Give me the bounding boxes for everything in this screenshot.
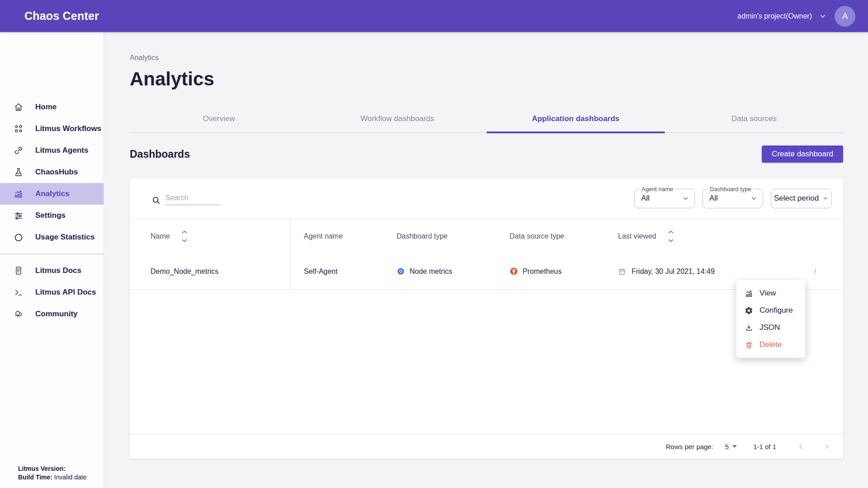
last-viewed-cell: Friday, 30 Jul 2021, 14:49 [616,267,788,276]
home-icon [14,102,24,112]
breadcrumb: Analytics [130,54,843,62]
dashboard-type-select[interactable]: Dashboard type All [703,189,763,208]
previous-page-button[interactable] [794,440,807,453]
sidebar-item-litmus-workflows[interactable]: Litmus Workflows [0,118,104,140]
data-source-label: Prometheus [523,267,561,276]
row-options-kebab-icon[interactable] [808,264,823,279]
table-header: Name Agent name Dashboard type Data sour… [130,219,843,253]
sidebar-item-analytics[interactable]: Analytics [0,183,104,205]
chevron-down-icon [822,195,829,202]
sort-descending-icon [182,239,187,242]
search-icon [151,196,161,205]
column-header-last-viewed: Last viewed [618,232,656,240]
build-time-label: Build Time: [18,474,52,481]
next-page-button[interactable] [820,440,833,453]
menu-item-view[interactable]: View [736,285,805,302]
sidebar-item-settings[interactable]: Settings [0,205,104,226]
create-dashboard-button[interactable]: Create dashboard [762,145,843,163]
community-chat-icon [14,309,24,319]
sidebar-item-litmus-docs[interactable]: Litmus Docs [0,260,104,282]
sidebar-item-label: Community [35,310,78,319]
sidebar-item-litmus-agents[interactable]: Litmus Agents [0,140,104,161]
menu-item-label: View [760,289,776,298]
sidebar-item-label: Litmus Docs [35,266,81,275]
dashboard-type-select-value: All [709,194,718,203]
sidebar-item-home[interactable]: Home [0,96,104,118]
dropdown-arrow-icon [732,445,737,448]
sidebar-item-label: Analytics [35,189,70,198]
sort-descending-icon [668,239,674,242]
dashboard-name-cell: Demo_Node_metrics [130,253,291,289]
column-header-name: Name [151,232,170,240]
usage-statistics-icon [14,232,24,242]
sidebar-item-label: Settings [35,211,66,220]
sidebar-item-label: Usage Statistics [35,233,94,242]
document-icon [14,266,24,276]
pagination-range: 1-1 of 1 [753,443,776,450]
settings-sliders-icon [14,211,24,221]
chevron-down-icon [682,195,689,202]
analytics-chart-icon [14,189,24,199]
sidebar-item-label: ChaosHubs [35,168,78,177]
agent-name-select[interactable]: Agent name All [634,189,695,208]
sort-last-viewed-control[interactable] [668,230,674,242]
menu-item-configure[interactable]: Configure [736,302,805,319]
filter-row: Agent name All Dashboard type All Select… [130,178,843,219]
trash-icon [745,341,753,349]
row-context-menu: View Configure JSON Delete [736,280,805,358]
sidebar-item-label: Litmus Workflows [35,124,101,133]
menu-item-json[interactable]: JSON [736,319,805,336]
chevron-down-icon [750,195,757,202]
sidebar-item-usage-statistics[interactable]: Usage Statistics [0,226,104,248]
sidebar-item-label: Litmus Agents [35,146,88,155]
last-viewed-label: Friday, 30 Jul 2021, 14:49 [632,267,715,276]
sort-name-control[interactable] [182,230,187,242]
dashboard-type-select-label: Dashboard type [708,186,754,192]
sort-ascending-icon [182,230,187,234]
gear-icon [745,306,753,315]
menu-item-label: JSON [760,323,780,332]
search-input[interactable] [165,192,221,205]
data-source-cell: Prometheus [507,267,616,276]
sidebar-item-chaoshubs[interactable]: ChaosHubs [0,161,104,183]
tab-workflow-dashboards[interactable]: Workflow dashboards [308,108,487,132]
litmus-version-label: Litmus Version: [18,465,66,472]
column-header-dashboard-type: Dashboard type [394,232,507,240]
sidebar-divider [0,253,104,254]
rows-per-page-value: 5 [725,443,729,450]
sidebar-item-litmus-api-docs[interactable]: Litmus API Docs [0,282,104,303]
terminal-icon [14,287,24,297]
dashboards-heading: Dashboards [130,148,190,160]
sidebar-item-label: Litmus API Docs [35,288,96,297]
search-box [151,192,221,205]
rows-per-page-select[interactable]: 5 [725,443,737,450]
project-name: admin's project(Owner) [737,12,812,20]
column-header-agent-name: Agent name [291,232,394,240]
tab-application-dashboards[interactable]: Application dashboards [486,108,665,132]
project-switcher[interactable]: admin's project(Owner) [737,12,826,20]
kubernetes-node-icon [396,267,405,276]
sidebar-item-label: Home [35,103,57,112]
chaoshubs-flask-icon [14,167,24,177]
app-title: Chaos Center [24,9,99,23]
sidebar-item-community[interactable]: Community [0,303,104,325]
tab-data-sources[interactable]: Data sources [665,108,844,132]
select-period-button[interactable]: Select period [771,189,832,208]
menu-item-label: Configure [760,306,793,315]
tab-overview[interactable]: Overview [130,108,308,132]
menu-item-label: Delete [760,340,782,349]
column-header-data-source-type: Data source type [507,232,616,240]
rows-per-page-label: Rows per page: [666,443,713,450]
menu-item-delete[interactable]: Delete [736,336,805,353]
download-icon [745,324,753,332]
version-info: Litmus Version: Build Time: Invalid date [18,465,86,482]
pagination-bar: Rows per page: 5 1-1 of 1 [130,434,843,459]
calendar-icon [618,267,626,276]
agents-icon [14,145,24,155]
avatar[interactable]: A [835,6,855,27]
agent-name-select-label: Agent name [639,186,675,192]
agent-name-cell: Self-Agent [291,267,394,276]
main-content: Analytics Analytics Overview Workflow da… [104,32,868,488]
select-period-label: Select period [774,194,819,203]
build-time-value: Invalid date [54,474,87,481]
